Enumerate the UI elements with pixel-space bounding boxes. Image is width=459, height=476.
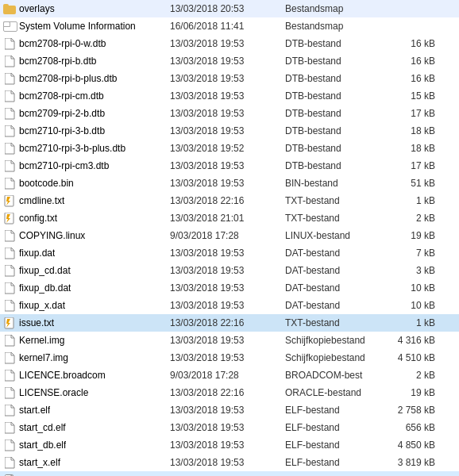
file-size: 16 kB bbox=[388, 38, 440, 49]
list-item[interactable]: bcm2708-rpi-b-plus.dtb13/03/2018 19:53DT… bbox=[0, 70, 459, 87]
file-date: 13/03/2018 19:53 bbox=[170, 160, 285, 171]
file-name-col: LICENSE.oracle bbox=[3, 386, 170, 399]
file-name-text: start_cd.elf bbox=[19, 422, 66, 433]
file-size: 2 kB bbox=[388, 370, 440, 381]
list-item[interactable]: bootcode.bin13/03/2018 19:53BIN-bestand5… bbox=[0, 175, 459, 192]
file-name-col: fixup_cd.dat bbox=[3, 264, 170, 277]
list-item[interactable]: start_cd.elf13/03/2018 19:53ELF-bestand6… bbox=[0, 419, 459, 436]
file-size: 10 kB bbox=[388, 300, 440, 311]
list-item[interactable]: overlays13/03/2018 20:53Bestandsmap bbox=[0, 0, 459, 17]
svg-marker-1 bbox=[5, 56, 14, 67]
file-name-col: bcm2708-rpi-b-plus.dtb bbox=[3, 72, 170, 85]
list-item[interactable]: start_db.elf13/03/2018 19:53ELF-bestand4… bbox=[0, 436, 459, 454]
list-item[interactable]: start_x.elf13/03/2018 19:53ELF-bestand3 … bbox=[0, 454, 459, 471]
list-item[interactable]: config.txt13/03/2018 21:01TXT-bestand2 k… bbox=[0, 209, 459, 227]
list-item[interactable]: bcm2708-rpi-b.dtb13/03/2018 19:53DTB-bes… bbox=[0, 52, 459, 70]
file-date: 13/03/2018 19:53 bbox=[170, 73, 285, 84]
list-item[interactable]: fixup.dat13/03/2018 19:53DAT-bestand7 kB bbox=[0, 244, 459, 262]
file-date: 13/03/2018 19:53 bbox=[170, 108, 285, 119]
file-type: ELF-bestand bbox=[285, 422, 388, 433]
list-item[interactable]: LICENCE.broadcom9/03/2018 17:28BROADCOM-… bbox=[0, 367, 459, 384]
list-item[interactable]: bcm2710-rpi-cm3.dtb13/03/2018 19:53DTB-b… bbox=[0, 157, 459, 175]
list-item[interactable]: fixup_db.dat13/03/2018 19:53DAT-bestand1… bbox=[0, 279, 459, 297]
file-name-text: bcm2708-rpi-b.dtb bbox=[19, 56, 96, 67]
file-name-col: overlays bbox=[3, 2, 170, 15]
file-date: 13/03/2018 19:53 bbox=[170, 248, 285, 259]
svg-marker-21 bbox=[5, 352, 14, 363]
file-type: ELF-bestand bbox=[285, 457, 388, 468]
file-name-text: bootcode.bin bbox=[19, 178, 74, 189]
file-date: 13/03/2018 19:53 bbox=[170, 300, 285, 311]
list-item[interactable]: bcm2710-rpi-3-b-plus.dtb13/03/2018 19:52… bbox=[0, 140, 459, 157]
svg-marker-22 bbox=[5, 370, 14, 381]
list-item[interactable]: start.elf13/03/2018 19:53ELF-bestand2 75… bbox=[0, 401, 459, 419]
svg-marker-13 bbox=[5, 230, 14, 241]
list-item[interactable]: System Volume Information16/06/2018 11:4… bbox=[0, 17, 459, 35]
list-item[interactable]: ssh7/06/2018 16:39Bestand0 kB bbox=[0, 471, 459, 476]
file-icon bbox=[3, 55, 16, 67]
svg-marker-26 bbox=[5, 440, 14, 451]
svg-marker-8 bbox=[5, 178, 14, 189]
file-date: 13/03/2018 19:53 bbox=[170, 90, 285, 102]
file-size: 16 kB bbox=[388, 56, 440, 67]
file-name-col: bcm2708-rpi-cm.dtb bbox=[3, 90, 170, 102]
file-name-text: bcm2708-rpi-b-plus.dtb bbox=[19, 73, 117, 84]
list-item[interactable]: fixup_x.dat13/03/2018 19:53DAT-bestand10… bbox=[0, 297, 459, 314]
file-type: Schijfkopiebestand bbox=[285, 352, 388, 363]
file-date: 13/03/2018 19:53 bbox=[170, 56, 285, 67]
file-name-col: start_x.elf bbox=[3, 456, 170, 469]
file-date: 16/06/2018 11:41 bbox=[170, 21, 285, 32]
svg-marker-14 bbox=[5, 248, 14, 259]
file-name-text: start.elf bbox=[19, 405, 50, 416]
list-item[interactable]: kernel7.img13/03/2018 19:53Schijfkopiebe… bbox=[0, 349, 459, 367]
file-size: 2 758 kB bbox=[388, 405, 440, 416]
file-name-text: fixup_x.dat bbox=[19, 300, 65, 311]
svg-marker-6 bbox=[5, 143, 14, 154]
file-icon bbox=[3, 334, 16, 347]
file-size: 656 kB bbox=[388, 422, 440, 433]
file-name-text: bcm2708-rpi-cm.dtb bbox=[19, 90, 104, 102]
list-item[interactable]: COPYING.linux9/03/2018 17:28LINUX-bestan… bbox=[0, 227, 459, 244]
file-size: 19 kB bbox=[388, 230, 440, 241]
list-item[interactable]: bcm2708-rpi-0-w.dtb13/03/2018 19:53DTB-b… bbox=[0, 35, 459, 52]
file-name-text: bcm2710-rpi-cm3.dtb bbox=[19, 160, 109, 171]
file-type: Bestandsmap bbox=[285, 21, 388, 32]
file-name-col: bcm2708-rpi-0-w.dtb bbox=[3, 37, 170, 50]
file-type: DTB-bestand bbox=[285, 143, 388, 154]
file-date: 13/03/2018 19:53 bbox=[170, 125, 285, 136]
file-name-col: bootcode.bin bbox=[3, 177, 170, 190]
list-item[interactable]: cmdline.txt13/03/2018 22:16TXT-bestand1 … bbox=[0, 192, 459, 209]
file-list: overlays13/03/2018 20:53BestandsmapSyste… bbox=[0, 0, 459, 476]
file-name-text: start_db.elf bbox=[19, 440, 66, 451]
file-icon bbox=[3, 247, 16, 259]
file-name-col: bcm2710-rpi-3-b-plus.dtb bbox=[3, 142, 170, 155]
list-item[interactable]: bcm2709-rpi-2-b.dtb13/03/2018 19:53DTB-b… bbox=[0, 105, 459, 122]
file-type: DAT-bestand bbox=[285, 300, 388, 311]
file-name-text: Kernel.img bbox=[19, 335, 64, 346]
file-icon bbox=[3, 229, 16, 242]
file-type: ELF-bestand bbox=[285, 440, 388, 451]
file-type: TXT-bestand bbox=[285, 195, 388, 206]
list-item[interactable]: bcm2710-rpi-3-b.dtb13/03/2018 19:53DTB-b… bbox=[0, 122, 459, 140]
file-size: 3 kB bbox=[388, 265, 440, 276]
file-date: 13/03/2018 19:53 bbox=[170, 38, 285, 49]
file-name-col: bcm2710-rpi-3-b.dtb bbox=[3, 125, 170, 137]
file-icon bbox=[3, 125, 16, 137]
list-item[interactable]: fixup_cd.dat13/03/2018 19:53DAT-bestand3… bbox=[0, 262, 459, 279]
file-type: DTB-bestand bbox=[285, 125, 388, 136]
list-item[interactable]: bcm2708-rpi-cm.dtb13/03/2018 19:53DTB-be… bbox=[0, 87, 459, 105]
file-type: LINUX-bestand bbox=[285, 230, 388, 241]
svg-marker-20 bbox=[5, 335, 14, 346]
list-item[interactable]: LICENSE.oracle13/03/2018 22:16ORACLE-bes… bbox=[0, 384, 459, 401]
file-name-text: LICENSE.oracle bbox=[19, 387, 88, 398]
list-item[interactable]: issue.txt13/03/2018 22:16TXT-bestand1 kB bbox=[0, 314, 459, 332]
file-icon bbox=[3, 72, 16, 85]
file-lightning-icon bbox=[3, 317, 16, 329]
file-icon bbox=[3, 264, 16, 277]
folder-yellow-icon bbox=[3, 2, 16, 15]
file-name-col: bcm2708-rpi-b.dtb bbox=[3, 55, 170, 67]
file-name-col: cmdline.txt bbox=[3, 194, 170, 207]
list-item[interactable]: Kernel.img13/03/2018 19:53Schijfkopiebes… bbox=[0, 332, 459, 349]
file-size: 15 kB bbox=[388, 90, 440, 102]
file-size: 18 kB bbox=[388, 143, 440, 154]
